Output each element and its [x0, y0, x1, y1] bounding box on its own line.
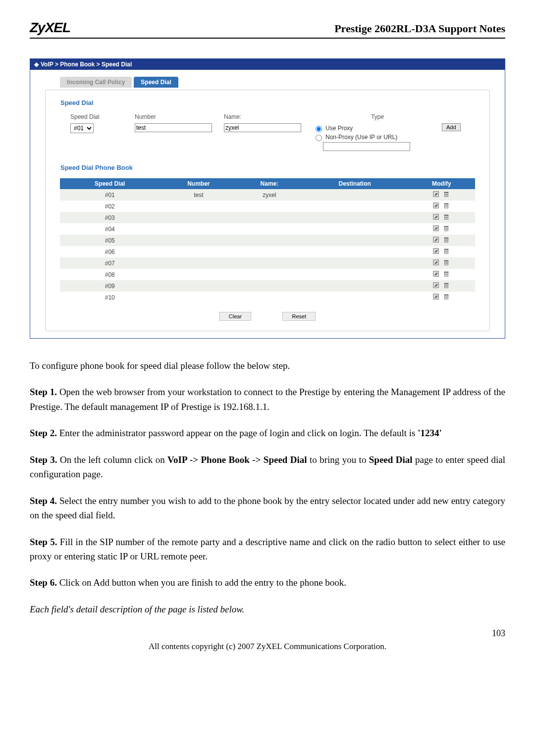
cell-name	[237, 235, 302, 246]
cell-number: test	[160, 189, 237, 201]
edit-icon[interactable]	[433, 236, 440, 245]
cell-number	[160, 257, 237, 269]
cell-id: #05	[60, 235, 160, 246]
cell-dest	[302, 201, 408, 212]
page-number: 103	[30, 628, 505, 639]
main-panel: Speed Dial Speed Dial Number Name: Type …	[45, 90, 490, 331]
clear-button[interactable]: Clear	[219, 312, 251, 321]
cell-name	[237, 201, 302, 212]
edit-icon[interactable]	[433, 191, 440, 199]
delete-icon[interactable]	[443, 259, 450, 267]
cell-dest	[302, 257, 408, 269]
add-button[interactable]: Add	[442, 123, 461, 131]
speed-dial-select[interactable]: #01	[70, 123, 94, 133]
page-header: ZyXEL Prestige 2602RL-D3A Support Notes	[30, 20, 505, 39]
cell-name	[237, 223, 302, 235]
svg-rect-56	[444, 295, 449, 296]
breadcrumb-text: VoIP > Phone Book > Speed Dial	[41, 61, 132, 68]
cell-name	[237, 257, 302, 269]
col-speed-dial: Speed Dial	[70, 113, 135, 120]
delete-icon[interactable]	[443, 270, 450, 279]
table-row: #01testzyxel	[60, 189, 476, 201]
cell-name	[237, 292, 302, 303]
cell-name: zyxel	[237, 189, 302, 201]
tabs: Incoming Call Policy Speed Dial	[60, 77, 490, 88]
cell-id: #03	[60, 212, 160, 223]
breadcrumb: ◆VoIP > Phone Book > Speed Dial	[30, 59, 505, 70]
delete-icon[interactable]	[443, 225, 450, 233]
cell-dest	[302, 212, 408, 223]
cell-dest	[302, 189, 408, 201]
edit-icon[interactable]	[433, 270, 440, 279]
cell-id: #08	[60, 269, 160, 280]
use-proxy-radio[interactable]	[316, 126, 322, 132]
diamond-icon: ◆	[34, 61, 39, 68]
svg-rect-14	[444, 215, 449, 216]
cell-name	[237, 280, 302, 292]
screenshot-panel: ◆VoIP > Phone Book > Speed Dial Incoming…	[30, 58, 505, 339]
non-proxy-label: Non-Proxy (Use IP or URL)	[325, 134, 397, 141]
delete-icon[interactable]	[443, 282, 450, 290]
table-row: #06	[60, 246, 476, 257]
tab-incoming-call-policy[interactable]: Incoming Call Policy	[60, 77, 132, 88]
delete-icon[interactable]	[443, 236, 450, 245]
step2: Step 2. Enter the administrator password…	[30, 426, 505, 440]
delete-icon[interactable]	[443, 248, 450, 256]
cell-number	[160, 235, 237, 246]
non-proxy-url-input[interactable]	[323, 142, 410, 151]
tab-speed-dial[interactable]: Speed Dial	[134, 77, 178, 88]
th-number: Number	[160, 178, 237, 189]
delete-icon[interactable]	[443, 213, 450, 222]
edit-icon[interactable]	[433, 248, 440, 256]
cell-id: #06	[60, 246, 160, 257]
svg-rect-8	[444, 203, 449, 204]
col-number: Number	[135, 113, 224, 120]
number-input[interactable]	[135, 123, 212, 132]
delete-icon[interactable]	[443, 293, 450, 302]
footer: All contents copyright (c) 2007 ZyXEL Co…	[30, 642, 505, 652]
col-name: Name:	[224, 113, 313, 120]
edit-icon[interactable]	[433, 293, 440, 302]
step5: Step 5. Fill in the SIP number of the re…	[30, 535, 505, 564]
table-row: #09	[60, 280, 476, 292]
section-speed-dial-title: Speed Dial	[60, 99, 480, 106]
phonebook-table: Speed Dial Number Name: Destination Modi…	[60, 178, 476, 303]
edit-icon[interactable]	[433, 202, 440, 210]
th-modify: Modify	[408, 178, 475, 189]
cell-name	[237, 212, 302, 223]
step4: Step 4. Select the entry number you wish…	[30, 494, 505, 523]
edit-icon[interactable]	[433, 213, 440, 222]
th-destination: Destination	[302, 178, 408, 189]
cell-dest	[302, 246, 408, 257]
reset-button[interactable]: Reset	[282, 312, 316, 321]
table-row: #03	[60, 212, 476, 223]
cell-dest	[302, 269, 408, 280]
cell-dest	[302, 223, 408, 235]
cell-id: #01	[60, 189, 160, 201]
step6: Step 6. Click on Add button when you are…	[30, 575, 505, 590]
cell-number	[160, 292, 237, 303]
step1: Step 1. Open the web browser from your w…	[30, 385, 505, 414]
svg-rect-26	[444, 238, 449, 239]
svg-rect-50	[444, 283, 449, 284]
cell-number	[160, 201, 237, 212]
svg-rect-32	[444, 249, 449, 250]
delete-icon[interactable]	[443, 191, 450, 199]
edit-icon[interactable]	[433, 259, 440, 267]
edit-icon[interactable]	[433, 225, 440, 233]
closing-text: Each field's detail description of the p…	[30, 602, 505, 616]
svg-rect-38	[444, 260, 449, 261]
cell-number	[160, 246, 237, 257]
cell-name	[237, 246, 302, 257]
svg-rect-20	[444, 226, 449, 227]
cell-id: #02	[60, 201, 160, 212]
delete-icon[interactable]	[443, 202, 450, 210]
body-text: To configure phone book for speed dial p…	[30, 358, 505, 616]
table-row: #04	[60, 223, 476, 235]
cell-id: #07	[60, 257, 160, 269]
logo: ZyXEL	[30, 20, 70, 36]
edit-icon[interactable]	[433, 282, 440, 290]
non-proxy-radio[interactable]	[316, 135, 322, 141]
name-input[interactable]	[224, 123, 301, 132]
intro-text: To configure phone book for speed dial p…	[30, 358, 505, 373]
